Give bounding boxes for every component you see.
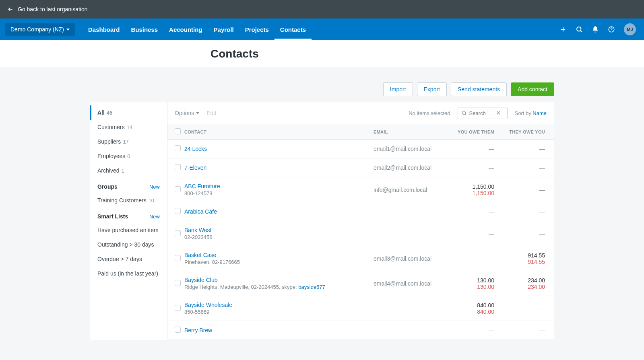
they-owe-cell: — [494,208,547,215]
table-row: Berry Brew — — [167,321,554,340]
contact-sub: 02-2023456 [184,234,374,240]
avatar[interactable]: MJ [624,23,636,35]
sidebar-filter-all[interactable]: All 45 [90,105,167,120]
import-button[interactable]: Import [383,82,413,96]
options-dropdown[interactable]: Options [175,110,199,116]
sidebar-filter-archived[interactable]: Archived 1 [90,163,167,178]
sidebar-smart-item[interactable]: Have purchased an item [90,223,167,237]
you-owe-cell: 1,150.001,150.00 [450,183,494,196]
they-owe-cell: — [494,305,547,312]
smart-new-link[interactable]: New [149,214,160,220]
sidebar-smart-item[interactable]: Paid us (in the last year) [90,266,167,281]
row-checkbox[interactable] [175,255,181,261]
svg-point-0 [577,27,581,31]
they-owe-cell: 234.00234.00 [494,277,547,290]
they-owe-cell: — [494,187,547,193]
go-back-label: Go back to last organisation [18,6,88,12]
sidebar-smart-item[interactable]: Overdue > 7 days [90,252,167,266]
row-checkbox[interactable] [175,208,181,214]
contact-sub: Pinehaven, 02-9176665 [184,259,374,265]
clear-search-icon[interactable]: ✕ [496,109,501,117]
export-button[interactable]: Export [417,82,447,96]
table-row: Basket Case Pinehaven, 02-9176665 email3… [167,246,554,271]
sidebar-filter-employees[interactable]: Employees 0 [90,149,167,163]
arrow-left-icon [7,6,14,12]
table-row: Bank West 02-2023456 — — [167,221,554,246]
send-statements-button[interactable]: Send statements [451,82,507,96]
contact-email: email2@mail.com.local [374,165,431,171]
caret-down-icon [66,29,70,31]
contact-sub-link[interactable]: bayside577 [298,284,325,290]
row-checkbox[interactable] [175,327,181,333]
contact-email: info@gmail.com.local [374,187,427,193]
table-row: Arabica Cafe — — [167,202,554,221]
svg-point-2 [462,111,465,114]
contact-sub: Ridge Heights, Madeupville, 02-2024455, … [184,284,374,290]
they-owe-cell: — [494,165,547,171]
contact-name-link[interactable]: Basket Case [184,252,374,258]
contact-name-link[interactable]: ABC Furniture [184,183,374,189]
contact-name-link[interactable]: Berry Brew [184,327,374,333]
nav-link-payroll[interactable]: Payroll [208,19,239,40]
smart-lists-header: Smart Lists [97,213,128,220]
bell-icon[interactable] [592,26,599,33]
column-contact: CONTACT [184,130,374,134]
sidebar-filter-customers[interactable]: Customers 14 [90,120,167,134]
row-checkbox[interactable] [175,280,181,286]
you-owe-cell: — [450,146,494,152]
contact-name-link[interactable]: Arabica Cafe [184,208,374,215]
org-switcher[interactable]: Demo Company (NZ) [5,23,75,36]
contact-email: email3@mail.com.local [374,255,431,262]
you-owe-cell: 840.00840.00 [450,302,494,315]
contact-name-link[interactable]: 24 Locks [184,146,374,152]
contact-name-link[interactable]: 7-Eleven [184,165,374,171]
row-checkbox[interactable] [175,305,181,311]
sidebar-group-item[interactable]: Training Customers 10 [90,193,167,208]
selection-status: No items selected [409,110,450,116]
org-name: Demo Company (NZ) [10,26,64,33]
nav-link-dashboard[interactable]: Dashboard [83,19,125,40]
plus-icon[interactable] [559,26,567,33]
go-back-link[interactable]: Go back to last organisation [7,6,88,12]
nav-link-projects[interactable]: Projects [239,19,275,40]
contact-name-link[interactable]: Bank West [184,227,374,233]
row-checkbox[interactable] [175,186,181,192]
add-contact-button[interactable]: Add contact [511,82,554,96]
nav-link-business[interactable]: Business [125,19,163,40]
row-checkbox[interactable] [175,145,181,151]
table-row: Bayside Club Ridge Heights, Madeupville,… [167,271,554,296]
sidebar-filter-suppliers[interactable]: Suppliers 17 [90,134,167,149]
contact-email: email1@mail.com.local [374,146,431,152]
you-owe-cell: — [450,165,494,171]
contact-sub: 850-55669 [184,309,374,315]
you-owe-cell: — [450,230,494,237]
nav-link-accounting[interactable]: Accounting [163,19,208,40]
search-input[interactable] [469,110,493,116]
contact-email: email4@mail.com.local [374,280,431,287]
sort-value[interactable]: Name [533,110,547,116]
nav-link-contacts[interactable]: Contacts [275,19,312,40]
select-all-checkbox[interactable] [175,128,181,134]
row-checkbox[interactable] [175,230,181,236]
table-row: Bayside Wholesale 850-55669 840.00840.00… [167,296,554,321]
they-owe-cell: — [494,146,547,152]
you-owe-cell: 130.00130.00 [450,277,494,290]
sort-label: Sort by [515,110,531,116]
help-icon[interactable] [608,26,615,33]
sidebar-smart-item[interactable]: Outstanding > 30 days [90,237,167,252]
table-row: ABC Furniture 800-124578 info@gmail.com.… [167,177,554,202]
contact-sub: 800-124578 [184,190,374,196]
you-owe-cell: — [450,327,494,333]
search-icon [461,110,467,116]
search-input-wrapper[interactable]: ✕ [458,107,508,119]
search-icon[interactable] [576,26,583,33]
edit-button: Edit [206,110,216,116]
row-checkbox[interactable] [175,164,181,170]
column-they-owe: THEY OWE YOU [494,130,547,134]
page-title: Contacts [90,47,554,60]
groups-new-link[interactable]: New [149,184,160,190]
contact-name-link[interactable]: Bayside Wholesale [184,302,374,308]
contact-name-link[interactable]: Bayside Club [184,277,374,283]
column-you-owe: YOU OWE THEM [450,130,494,134]
table-row: 24 Locks email1@mail.com.local — — [167,140,554,158]
